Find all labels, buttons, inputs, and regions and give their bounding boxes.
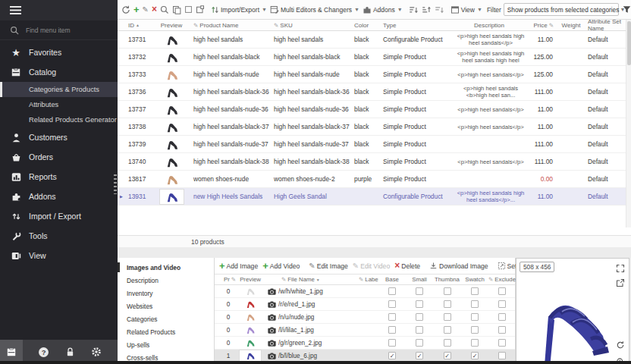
- copy-button[interactable]: [171, 4, 183, 16]
- lock-icon[interactable]: [65, 347, 75, 357]
- help-icon[interactable]: ?: [39, 347, 49, 357]
- edit-image-button[interactable]: ✎Edit Image: [307, 261, 349, 271]
- column-thumbnail[interactable]: Thumbna: [433, 276, 461, 283]
- swatch-checkbox[interactable]: [471, 326, 479, 334]
- import-export-dropdown[interactable]: Import/Export▼: [209, 4, 268, 16]
- exclude-checkbox[interactable]: [498, 313, 506, 321]
- product-row[interactable]: 13817 women shoes-nude women shoes-nude-…: [118, 171, 631, 188]
- column-pr[interactable]: Pr✎: [221, 276, 236, 283]
- column-preview[interactable]: Preview: [236, 276, 265, 283]
- column-color[interactable]: Color: [351, 22, 380, 29]
- archive-button[interactable]: [0, 340, 23, 364]
- swatch-checkbox[interactable]: [471, 287, 479, 295]
- detail-tab[interactable]: Description: [118, 274, 214, 287]
- base-checkbox[interactable]: [388, 339, 396, 347]
- category-filter-select[interactable]: Show products from selected categories▼: [504, 3, 619, 16]
- edit-product-button[interactable]: ✎: [141, 5, 150, 15]
- detail-tab[interactable]: Categories: [118, 312, 214, 325]
- thumbnail-checkbox[interactable]: [444, 339, 451, 347]
- small-checkbox[interactable]: [416, 287, 423, 295]
- thumbnail-checkbox[interactable]: [444, 313, 451, 321]
- image-row[interactable]: 0 /w/h/white_1.jpg: [215, 285, 515, 298]
- search-products-button[interactable]: [159, 4, 171, 16]
- column-sku[interactable]: ✎SKU: [271, 22, 351, 29]
- sidebar-item-reports[interactable]: Reports: [0, 167, 118, 187]
- scrollbar-thumb[interactable]: [627, 21, 631, 65]
- sidebar-item-catalog[interactable]: Catalog: [0, 62, 118, 82]
- column-label[interactable]: ✎Label: [356, 276, 378, 283]
- product-row[interactable]: 13733 high heel sandals-nude high heel s…: [118, 66, 631, 83]
- detail-tab[interactable]: Websites: [118, 300, 214, 312]
- column-description[interactable]: Description: [451, 22, 527, 29]
- column-exclude[interactable]: ✎Exclude: [488, 276, 516, 283]
- thumbnail-checkbox[interactable]: [444, 326, 451, 334]
- swatch-checkbox[interactable]: [471, 313, 479, 321]
- sidebar-item-addons[interactable]: Addons: [0, 187, 118, 206]
- sort-desc-button[interactable]: [433, 4, 446, 16]
- detail-tab[interactable]: Cross-sells: [118, 351, 214, 364]
- sidebar-item-import-export[interactable]: Import / Export: [0, 206, 118, 226]
- column-weight[interactable]: Weight: [557, 22, 585, 29]
- column-base[interactable]: Base: [378, 276, 406, 283]
- column-type[interactable]: Type: [380, 22, 451, 29]
- small-checkbox[interactable]: [416, 313, 423, 321]
- delete-product-button[interactable]: ×: [150, 4, 159, 15]
- small-checkbox[interactable]: [416, 339, 423, 347]
- duplicate-button[interactable]: [194, 4, 206, 16]
- product-row[interactable]: 13738 high heel sandals-black-37 high he…: [118, 118, 631, 136]
- sidebar-item-view[interactable]: View: [0, 246, 118, 265]
- menu-toggle-button[interactable]: [0, 0, 118, 20]
- select-button[interactable]: [183, 4, 194, 15]
- exclude-checkbox[interactable]: [498, 287, 506, 295]
- sidebar-item-related-products-generator[interactable]: Related Products Generator: [0, 112, 118, 127]
- small-checkbox[interactable]: [416, 326, 423, 334]
- detail-tab[interactable]: Up-sells: [118, 338, 214, 351]
- column-id[interactable]: ID▲: [125, 22, 152, 29]
- sidebar-item-attributes[interactable]: Attributes: [0, 97, 118, 112]
- sort-az-button[interactable]: [407, 4, 420, 16]
- detail-tab[interactable]: Related Products: [118, 325, 214, 338]
- column-product-name[interactable]: ✎Product Name: [190, 22, 271, 29]
- addons-dropdown[interactable]: Addons▼: [361, 4, 404, 16]
- sidebar-item-customers[interactable]: Customers: [0, 127, 118, 147]
- fullscreen-button[interactable]: [616, 262, 625, 276]
- small-checkbox[interactable]: [416, 352, 423, 359]
- thumbnail-checkbox[interactable]: [444, 352, 451, 359]
- open-external-button[interactable]: [616, 277, 625, 290]
- image-row[interactable]: 1 /b/l/blue_6.jpg: [215, 350, 515, 362]
- sidebar-splitter-handle[interactable]: [114, 174, 117, 194]
- base-checkbox[interactable]: [388, 352, 396, 359]
- swatch-checkbox[interactable]: [471, 339, 479, 347]
- add-product-button[interactable]: +: [132, 4, 141, 15]
- download-image-button[interactable]: Download Image: [428, 260, 490, 271]
- base-checkbox[interactable]: [388, 313, 396, 321]
- delete-image-button[interactable]: ×Delete: [393, 260, 422, 271]
- vertical-scrollbar[interactable]: [626, 20, 631, 228]
- column-swatch[interactable]: Swatch: [461, 276, 488, 283]
- multi-editors-dropdown[interactable]: Multi Editors & Changers▼: [268, 4, 361, 16]
- thumbnail-checkbox[interactable]: [444, 287, 451, 295]
- refresh-button[interactable]: [120, 4, 132, 16]
- filters-dropdown[interactable]: Filters▼: [621, 4, 631, 15]
- small-checkbox[interactable]: [416, 300, 423, 308]
- column-small[interactable]: Small: [406, 276, 433, 283]
- exclude-checkbox[interactable]: [498, 326, 506, 334]
- exclude-checkbox[interactable]: [498, 300, 506, 308]
- sidebar-item-favorites[interactable]: ★ Favorites: [0, 42, 118, 62]
- column-file-name[interactable]: ✎File Name▼: [278, 276, 356, 283]
- column-attribute-set[interactable]: Attribute Set Name: [585, 18, 626, 32]
- product-row[interactable]: 13737 high heel sandals-nude-36 high hee…: [118, 101, 631, 118]
- product-row[interactable]: 13739 high heel sandals-nude-37 high hee…: [118, 136, 631, 153]
- product-row[interactable]: 13931 new High Heels Sandals High Geels …: [118, 188, 631, 206]
- exclude-checkbox[interactable]: [498, 339, 506, 347]
- product-row[interactable]: 13740 high heel sandals-black-38 high he…: [118, 153, 631, 171]
- add-image-button[interactable]: +Add Image: [218, 260, 259, 271]
- thumbnail-checkbox[interactable]: [444, 300, 451, 308]
- product-row[interactable]: 13731 high heel sandals high heel sandal…: [118, 31, 631, 49]
- swatch-checkbox[interactable]: [471, 352, 479, 359]
- sort-asc-button[interactable]: [420, 4, 433, 16]
- view-dropdown[interactable]: View▼: [449, 4, 484, 16]
- base-checkbox[interactable]: [388, 326, 396, 334]
- product-row[interactable]: 13736 high heel sandals-black-36 high he…: [118, 83, 631, 101]
- column-price[interactable]: Price✎: [527, 22, 557, 29]
